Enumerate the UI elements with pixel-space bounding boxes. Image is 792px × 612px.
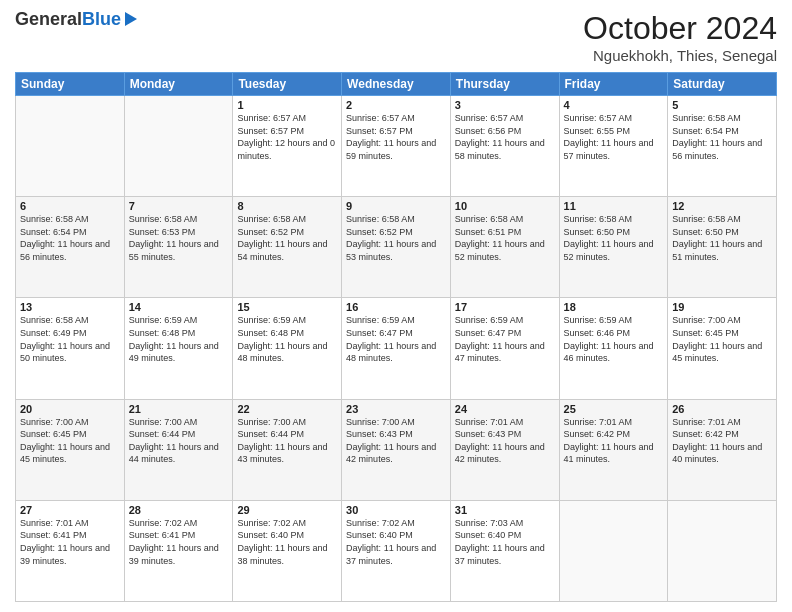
day-info: Sunrise: 7:02 AMSunset: 6:41 PMDaylight:… — [129, 517, 229, 567]
day-info: Sunrise: 6:58 AMSunset: 6:52 PMDaylight:… — [346, 213, 446, 263]
calendar-week-row: 1Sunrise: 6:57 AMSunset: 6:57 PMDaylight… — [16, 96, 777, 197]
title-block: October 2024 Nguekhokh, Thies, Senegal — [583, 10, 777, 64]
day-info: Sunrise: 6:58 AMSunset: 6:51 PMDaylight:… — [455, 213, 555, 263]
day-info: Sunrise: 7:02 AMSunset: 6:40 PMDaylight:… — [346, 517, 446, 567]
table-row: 10Sunrise: 6:58 AMSunset: 6:51 PMDayligh… — [450, 197, 559, 298]
calendar-week-row: 20Sunrise: 7:00 AMSunset: 6:45 PMDayligh… — [16, 399, 777, 500]
table-row: 1Sunrise: 6:57 AMSunset: 6:57 PMDaylight… — [233, 96, 342, 197]
day-number: 22 — [237, 403, 337, 415]
table-row: 29Sunrise: 7:02 AMSunset: 6:40 PMDayligh… — [233, 500, 342, 601]
day-info: Sunrise: 6:57 AMSunset: 6:57 PMDaylight:… — [346, 112, 446, 162]
col-thursday: Thursday — [450, 73, 559, 96]
col-friday: Friday — [559, 73, 668, 96]
day-info: Sunrise: 6:58 AMSunset: 6:50 PMDaylight:… — [564, 213, 664, 263]
day-number: 31 — [455, 504, 555, 516]
day-info: Sunrise: 7:00 AMSunset: 6:44 PMDaylight:… — [237, 416, 337, 466]
col-saturday: Saturday — [668, 73, 777, 96]
day-info: Sunrise: 6:59 AMSunset: 6:47 PMDaylight:… — [455, 314, 555, 364]
table-row: 11Sunrise: 6:58 AMSunset: 6:50 PMDayligh… — [559, 197, 668, 298]
table-row: 30Sunrise: 7:02 AMSunset: 6:40 PMDayligh… — [342, 500, 451, 601]
table-row: 3Sunrise: 6:57 AMSunset: 6:56 PMDaylight… — [450, 96, 559, 197]
day-info: Sunrise: 6:58 AMSunset: 6:54 PMDaylight:… — [672, 112, 772, 162]
day-number: 12 — [672, 200, 772, 212]
table-row: 17Sunrise: 6:59 AMSunset: 6:47 PMDayligh… — [450, 298, 559, 399]
table-row: 5Sunrise: 6:58 AMSunset: 6:54 PMDaylight… — [668, 96, 777, 197]
table-row: 16Sunrise: 6:59 AMSunset: 6:47 PMDayligh… — [342, 298, 451, 399]
day-info: Sunrise: 6:59 AMSunset: 6:46 PMDaylight:… — [564, 314, 664, 364]
col-wednesday: Wednesday — [342, 73, 451, 96]
day-info: Sunrise: 6:59 AMSunset: 6:47 PMDaylight:… — [346, 314, 446, 364]
table-row — [668, 500, 777, 601]
subtitle: Nguekhokh, Thies, Senegal — [583, 47, 777, 64]
day-number: 8 — [237, 200, 337, 212]
day-info: Sunrise: 7:01 AMSunset: 6:43 PMDaylight:… — [455, 416, 555, 466]
table-row: 15Sunrise: 6:59 AMSunset: 6:48 PMDayligh… — [233, 298, 342, 399]
day-info: Sunrise: 6:57 AMSunset: 6:55 PMDaylight:… — [564, 112, 664, 162]
page: GeneralBlue October 2024 Nguekhokh, Thie… — [0, 0, 792, 612]
day-number: 26 — [672, 403, 772, 415]
table-row: 27Sunrise: 7:01 AMSunset: 6:41 PMDayligh… — [16, 500, 125, 601]
day-number: 7 — [129, 200, 229, 212]
day-info: Sunrise: 7:03 AMSunset: 6:40 PMDaylight:… — [455, 517, 555, 567]
day-number: 16 — [346, 301, 446, 313]
table-row — [16, 96, 125, 197]
day-number: 25 — [564, 403, 664, 415]
day-info: Sunrise: 6:57 AMSunset: 6:57 PMDaylight:… — [237, 112, 337, 162]
logo-arrow-icon — [125, 12, 137, 26]
day-info: Sunrise: 7:02 AMSunset: 6:40 PMDaylight:… — [237, 517, 337, 567]
day-number: 30 — [346, 504, 446, 516]
table-row: 28Sunrise: 7:02 AMSunset: 6:41 PMDayligh… — [124, 500, 233, 601]
table-row — [124, 96, 233, 197]
day-number: 17 — [455, 301, 555, 313]
table-row: 13Sunrise: 6:58 AMSunset: 6:49 PMDayligh… — [16, 298, 125, 399]
col-monday: Monday — [124, 73, 233, 96]
header: GeneralBlue October 2024 Nguekhokh, Thie… — [15, 10, 777, 64]
day-info: Sunrise: 6:59 AMSunset: 6:48 PMDaylight:… — [237, 314, 337, 364]
day-number: 4 — [564, 99, 664, 111]
table-row: 19Sunrise: 7:00 AMSunset: 6:45 PMDayligh… — [668, 298, 777, 399]
day-number: 10 — [455, 200, 555, 212]
day-info: Sunrise: 7:00 AMSunset: 6:45 PMDaylight:… — [20, 416, 120, 466]
day-number: 28 — [129, 504, 229, 516]
calendar-week-row: 13Sunrise: 6:58 AMSunset: 6:49 PMDayligh… — [16, 298, 777, 399]
day-info: Sunrise: 7:00 AMSunset: 6:44 PMDaylight:… — [129, 416, 229, 466]
day-number: 5 — [672, 99, 772, 111]
table-row: 23Sunrise: 7:00 AMSunset: 6:43 PMDayligh… — [342, 399, 451, 500]
day-info: Sunrise: 7:01 AMSunset: 6:42 PMDaylight:… — [564, 416, 664, 466]
col-tuesday: Tuesday — [233, 73, 342, 96]
calendar: Sunday Monday Tuesday Wednesday Thursday… — [15, 72, 777, 602]
day-number: 24 — [455, 403, 555, 415]
day-number: 3 — [455, 99, 555, 111]
day-number: 1 — [237, 99, 337, 111]
table-row: 14Sunrise: 6:59 AMSunset: 6:48 PMDayligh… — [124, 298, 233, 399]
day-info: Sunrise: 6:58 AMSunset: 6:49 PMDaylight:… — [20, 314, 120, 364]
day-number: 2 — [346, 99, 446, 111]
day-number: 6 — [20, 200, 120, 212]
day-info: Sunrise: 7:01 AMSunset: 6:42 PMDaylight:… — [672, 416, 772, 466]
table-row: 8Sunrise: 6:58 AMSunset: 6:52 PMDaylight… — [233, 197, 342, 298]
table-row: 6Sunrise: 6:58 AMSunset: 6:54 PMDaylight… — [16, 197, 125, 298]
calendar-week-row: 27Sunrise: 7:01 AMSunset: 6:41 PMDayligh… — [16, 500, 777, 601]
main-title: October 2024 — [583, 10, 777, 47]
day-number: 21 — [129, 403, 229, 415]
table-row: 20Sunrise: 7:00 AMSunset: 6:45 PMDayligh… — [16, 399, 125, 500]
day-number: 27 — [20, 504, 120, 516]
table-row: 31Sunrise: 7:03 AMSunset: 6:40 PMDayligh… — [450, 500, 559, 601]
logo: GeneralBlue — [15, 10, 137, 28]
table-row: 4Sunrise: 6:57 AMSunset: 6:55 PMDaylight… — [559, 96, 668, 197]
day-number: 29 — [237, 504, 337, 516]
table-row: 12Sunrise: 6:58 AMSunset: 6:50 PMDayligh… — [668, 197, 777, 298]
day-number: 18 — [564, 301, 664, 313]
day-info: Sunrise: 6:58 AMSunset: 6:53 PMDaylight:… — [129, 213, 229, 263]
day-number: 11 — [564, 200, 664, 212]
day-info: Sunrise: 6:57 AMSunset: 6:56 PMDaylight:… — [455, 112, 555, 162]
calendar-header-row: Sunday Monday Tuesday Wednesday Thursday… — [16, 73, 777, 96]
day-info: Sunrise: 7:01 AMSunset: 6:41 PMDaylight:… — [20, 517, 120, 567]
table-row: 22Sunrise: 7:00 AMSunset: 6:44 PMDayligh… — [233, 399, 342, 500]
table-row: 25Sunrise: 7:01 AMSunset: 6:42 PMDayligh… — [559, 399, 668, 500]
calendar-week-row: 6Sunrise: 6:58 AMSunset: 6:54 PMDaylight… — [16, 197, 777, 298]
table-row: 2Sunrise: 6:57 AMSunset: 6:57 PMDaylight… — [342, 96, 451, 197]
table-row: 21Sunrise: 7:00 AMSunset: 6:44 PMDayligh… — [124, 399, 233, 500]
table-row: 9Sunrise: 6:58 AMSunset: 6:52 PMDaylight… — [342, 197, 451, 298]
day-number: 20 — [20, 403, 120, 415]
